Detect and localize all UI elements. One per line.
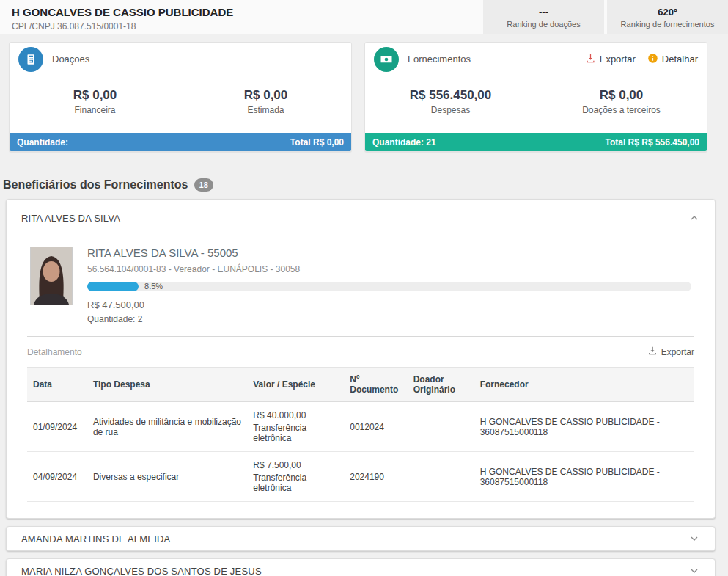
cell-valor-amount: R$ 7.500,00 [253,460,338,470]
detail-button[interactable]: Detalhar [647,53,698,66]
col-header-doador: Doador Originário [408,368,474,402]
candidate-meta: 56.564.104/0001-83 - Vereador - EUNÁPOLI… [87,264,691,274]
beneficiary-name: RITA ALVES DA SILVA [21,213,120,224]
beneficiary-panel-rita: RITA ALVES DA SILVA RITA ALVES DA SILVA … [6,199,716,519]
supplies-despesas-label: Despesas [365,105,536,115]
cell-valor: R$ 7.500,00 Transferência eletrônica [247,452,344,502]
cell-tipo: Atividades de militância e mobilização d… [87,402,247,452]
cell-valor-especie: Transferência eletrônica [253,423,338,443]
export-button[interactable]: Exportar [585,53,636,66]
calculator-icon [18,47,43,72]
cell-valor: R$ 40.000,00 Transferência eletrônica [247,402,344,452]
ranking-donations: --- Ranking de doações [483,0,604,34]
coin-icon [647,53,658,66]
supplies-footer-total: Total R$ R$ 556.450,00 [605,137,699,147]
accordion-header-rita[interactable]: RITA ALVES DA SILVA [7,200,715,236]
supplies-doacoes-terceiros-value: R$ 0,00 [536,88,707,103]
ranking-donations-value: --- [539,7,548,18]
ranking-donations-label: Ranking de doações [507,20,580,29]
supplies-despesas-value: R$ 556.450,00 [365,88,536,103]
beneficiary-name: AMANDA MARTINS DE ALMEIDA [21,533,170,544]
donations-estimada: R$ 0,00 Estimada [180,88,351,115]
rankings: --- Ranking de doações 620º Ranking de f… [483,0,728,34]
ranking-supplies-label: Ranking de fornecimentos [621,20,715,29]
beneficiary-name: MARIA NILZA GONÇALVES DOS SANTOS DE JESU… [21,566,262,576]
expenses-table: Data Tipo Despesa Valor / Espécie Nº Doc… [27,367,694,502]
supplies-doacoes-terceiros-label: Doações a terceiros [536,105,707,115]
table-row: 01/09/2024 Atividades de militância e mo… [27,402,694,452]
cell-tipo: Diversas a especificar [87,452,247,502]
cell-valor-amount: R$ 40.000,00 [253,410,338,420]
progress-label: 8.5% [144,282,163,291]
chevron-down-icon [688,533,700,544]
accordion-header-maria-nilza[interactable]: MARIA NILZA GONÇALVES DOS SANTOS DE JESU… [6,558,716,576]
beneficiaries-count-badge: 18 [194,178,213,192]
cell-fornecedor: H GONCALVES DE CASSIO PUBLICIDADE - 3608… [474,402,694,452]
table-export-label: Exportar [661,347,694,357]
donations-card-title: Doações [52,54,342,65]
table-row: 04/09/2024 Diversas a especificar R$ 7.5… [27,452,694,502]
cell-doador [408,402,474,452]
candidate-profile: RITA ALVES DA SILVA - 55005 56.564.104/0… [7,236,715,332]
col-header-documento: Nº Documento [344,368,407,402]
donations-financeira: R$ 0,00 Financeira [10,88,180,115]
cell-data: 01/09/2024 [27,402,87,452]
entity-cnpj: CPF/CNPJ 36.087.515/0001-18 [12,21,233,32]
beneficiaries-heading: Beneficiários dos Fornecimentos 18 [3,178,728,192]
supplies-card-title: Fornecimentos [408,54,585,65]
donations-financeira-label: Financeira [10,105,180,115]
cell-documento: 0012024 [344,402,407,452]
chevron-up-icon [688,212,700,224]
cell-data: 04/09/2024 [27,452,87,502]
chevron-down-icon [688,565,700,576]
progress-fill [87,282,139,291]
progress-bar: 8.5% [87,282,691,291]
money-icon [374,47,399,72]
page-header: H GONCALVES DE CASSIO PUBLICIDADE CPF/CN… [0,0,728,34]
supplies-despesas: R$ 556.450,00 Despesas [365,88,536,115]
detail-section-label: Detalhamento [27,347,82,357]
cell-documento: 2024190 [344,452,407,502]
col-header-tipo: Tipo Despesa [87,368,247,402]
col-header-data: Data [27,368,87,402]
col-header-fornecedor: Fornecedor [474,368,694,402]
accordion-header-amanda[interactable]: AMANDA MARTINS DE ALMEIDA [6,526,716,551]
entity-title: H GONCALVES DE CASSIO PUBLICIDADE [12,6,233,18]
candidate-photo [30,247,73,305]
beneficiaries-title: Beneficiários dos Fornecimentos [3,178,188,192]
donations-estimada-value: R$ 0,00 [180,88,351,103]
supplies-doacoes-terceiros: R$ 0,00 Doações a terceiros [536,88,707,115]
candidate-amount: R$ 47.500,00 [87,299,691,310]
supplies-footer-quantity: Quantidade: 21 [372,137,436,147]
donations-financeira-value: R$ 0,00 [10,88,180,103]
donations-footer-quantity: Quantidade: [17,137,68,147]
ranking-supplies-value: 620º [658,7,677,18]
detail-button-label: Detalhar [662,54,698,65]
supplies-footer: Quantidade: 21 Total R$ R$ 556.450,00 [365,133,707,151]
supplies-card: Fornecimentos Exportar Detalhar R$ [364,42,707,152]
download-icon [585,53,596,66]
download-icon [647,346,658,358]
cell-fornecedor: H GONCALVES DE CASSIO PUBLICIDADE - 3608… [474,452,694,502]
cell-doador [408,452,474,502]
donations-estimada-label: Estimada [180,105,351,115]
table-export-button[interactable]: Exportar [647,346,694,358]
export-button-label: Exportar [600,54,636,65]
donations-card: Doações R$ 0,00 Financeira R$ 0,00 Estim… [9,42,352,152]
candidate-name-number: RITA ALVES DA SILVA - 55005 [87,247,691,259]
col-header-valor: Valor / Espécie [247,368,344,402]
cell-valor-especie: Transferência eletrônica [253,473,338,493]
donations-footer: Quantidade: Total R$ 0,00 [10,133,351,151]
ranking-supplies: 620º Ranking de fornecimentos [607,0,728,34]
donations-footer-total: Total R$ 0,00 [290,137,344,147]
candidate-quantity: Quantidade: 2 [87,314,691,324]
